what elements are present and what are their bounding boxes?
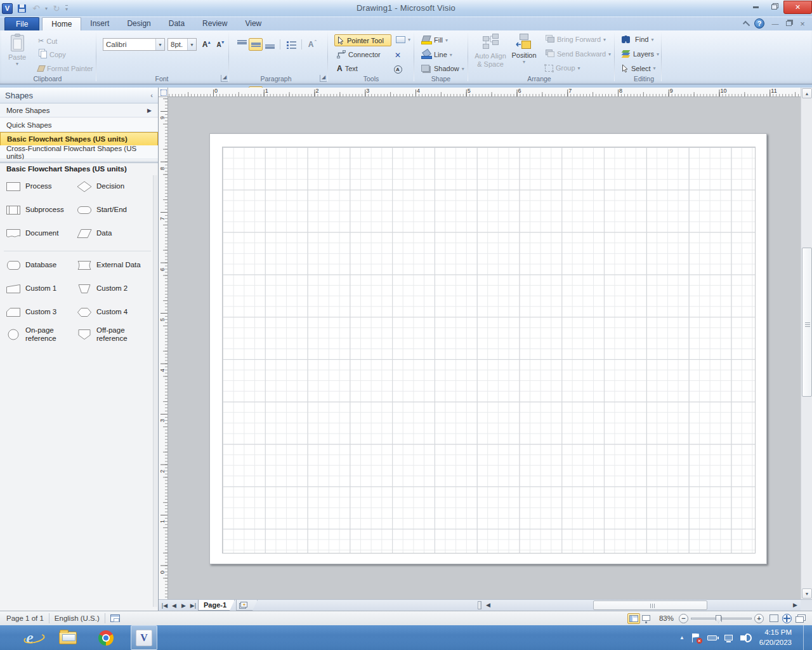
canvas-viewport[interactable] — [168, 97, 801, 599]
taskbar-clock[interactable]: 4:15 PM 6/20/2023 — [759, 628, 792, 647]
bullets-button[interactable] — [284, 38, 298, 51]
scroll-left-icon[interactable]: ◀ — [483, 600, 493, 609]
text-direction-button[interactable]: A⌃ — [306, 38, 320, 51]
format-painter-button[interactable]: Format Painter — [36, 63, 96, 74]
first-page-button[interactable]: |◀ — [160, 600, 169, 610]
font-size-dropdown-icon[interactable]: ▼ — [187, 39, 196, 50]
macro-icon[interactable] — [110, 614, 120, 622]
send-backward-button[interactable]: Send Backward▾ — [542, 49, 613, 59]
zoom-in-icon[interactable]: + — [754, 614, 764, 623]
cut-button[interactable]: ✂Cut — [36, 36, 60, 46]
fit-page-button[interactable] — [768, 613, 780, 624]
previous-page-button[interactable]: ◀ — [169, 600, 179, 610]
tab-home[interactable]: Home — [42, 17, 81, 31]
network-icon[interactable] — [724, 635, 733, 640]
align-bottom-button[interactable] — [263, 38, 277, 51]
quick-shapes-item[interactable]: Quick Shapes — [0, 118, 158, 132]
copy-button[interactable]: Copy — [36, 50, 69, 60]
tab-view[interactable]: View — [236, 17, 270, 30]
fullscreen-view-button[interactable] — [640, 613, 653, 624]
stencil-shape-external-data[interactable]: External Data — [76, 259, 156, 272]
taskbar-internet-explorer[interactable]: e — [16, 625, 43, 650]
font-family-dropdown-icon[interactable]: ▼ — [155, 39, 164, 50]
stencil-shape-data[interactable]: Data — [76, 227, 156, 240]
close-button[interactable]: × — [783, 1, 812, 14]
rectangle-tool-dropdown[interactable]: ▾ — [393, 35, 413, 44]
scrollbar-splitter-handle[interactable] — [478, 601, 481, 609]
paste-button[interactable]: Paste ▾ — [6, 34, 29, 74]
zoom-level[interactable]: 83% — [659, 614, 674, 622]
scroll-down-icon[interactable]: ▼ — [802, 588, 812, 599]
doc-restore-icon[interactable] — [786, 21, 792, 26]
stencil-shape-start-end[interactable]: Start/End — [76, 204, 156, 216]
more-shapes-item[interactable]: More Shapes ▶ — [0, 103, 158, 117]
restore-button[interactable] — [765, 1, 783, 14]
panel-scrollbar[interactable] — [153, 175, 157, 607]
bring-forward-button[interactable]: Bring Forward▾ — [542, 34, 608, 44]
doc-minimize-icon[interactable]: — — [768, 20, 782, 27]
stencil-shape-document[interactable]: Document — [5, 227, 72, 240]
stencil-shape-custom-4[interactable]: Custom 4 — [76, 306, 156, 319]
tab-design[interactable]: Design — [118, 17, 159, 30]
font-family-combo[interactable]: Calibri▼ — [103, 38, 165, 51]
pan-zoom-button[interactable] — [780, 613, 793, 624]
taskbar-visio[interactable]: V — [131, 625, 157, 650]
scroll-right-icon[interactable]: ▶ — [790, 600, 800, 609]
action-center-icon[interactable]: ✕ — [692, 633, 700, 642]
scroll-up-icon[interactable]: ▲ — [802, 88, 812, 98]
align-top-button[interactable] — [235, 38, 249, 51]
find-button[interactable]: Find▾ — [619, 34, 656, 44]
grow-font-button[interactable]: A▲ — [200, 38, 214, 51]
taskbar-chrome[interactable] — [93, 625, 119, 650]
position-button[interactable]: Position ▾ — [510, 34, 538, 74]
vertical-scrollbar[interactable]: ▲ ▼ — [801, 88, 812, 599]
align-middle-button[interactable] — [249, 38, 263, 51]
page-tab-active[interactable]: Page-1 — [198, 600, 235, 611]
shadow-button[interactable]: Shadow▾ — [419, 63, 467, 74]
auto-align-space-button[interactable]: Auto Align & Space — [472, 34, 509, 74]
stencil-shape-on-page-reference[interactable]: On-page reference — [5, 326, 72, 343]
tab-data[interactable]: Data — [160, 17, 193, 30]
text-block-rotate-button[interactable]: A — [391, 63, 405, 76]
stencil-shape-process[interactable]: Process — [5, 180, 72, 193]
tab-file[interactable]: File — [4, 17, 39, 31]
zoom-slider-thumb[interactable] — [716, 615, 721, 623]
stencil-tab-cross-functional[interactable]: Cross-Functional Flowchart Shapes (US un… — [0, 145, 158, 159]
show-desktop-button[interactable] — [803, 625, 807, 650]
language-status[interactable]: English (U.S.) — [55, 614, 100, 622]
next-page-button[interactable]: ▶ — [179, 600, 188, 610]
battery-icon[interactable] — [707, 635, 717, 640]
layers-button[interactable]: Layers▾ — [619, 49, 662, 59]
help-icon[interactable]: ? — [754, 18, 764, 29]
panel-splitter-handle[interactable] — [0, 159, 158, 163]
page-info[interactable]: Page 1 of 1 — [6, 614, 44, 622]
tab-insert[interactable]: Insert — [81, 17, 118, 30]
minimize-button[interactable] — [747, 1, 765, 14]
tab-review[interactable]: Review — [193, 17, 236, 30]
collapse-panel-icon[interactable]: ‹ — [150, 91, 153, 99]
doc-close-icon[interactable]: × — [796, 19, 809, 29]
stencil-shape-database[interactable]: Database — [5, 259, 72, 272]
stencil-shape-custom-2[interactable]: Custom 2 — [76, 282, 156, 295]
select-button[interactable]: Select▾ — [619, 63, 658, 74]
connector-button[interactable]: Connector — [334, 49, 383, 60]
zoom-slider[interactable] — [691, 618, 752, 620]
insert-page-button[interactable]: ✦ — [236, 600, 258, 611]
normal-view-button[interactable] — [627, 613, 640, 624]
zoom-out-icon[interactable]: − — [679, 614, 688, 623]
group-button[interactable]: Group▾ — [542, 63, 583, 73]
pointer-tool-button[interactable]: Pointer Tool — [334, 34, 391, 46]
stencil-shape-subprocess[interactable]: Subprocess — [5, 204, 72, 216]
paragraph-dialog-launcher-icon[interactable]: ◢ — [320, 75, 327, 82]
last-page-button[interactable]: ▶| — [188, 600, 198, 610]
minimize-ribbon-icon[interactable] — [743, 21, 750, 28]
shrink-font-button[interactable]: A▼ — [214, 38, 228, 51]
show-hidden-icons-button[interactable]: ▲ — [679, 635, 684, 640]
drawing-page[interactable] — [209, 133, 767, 564]
fill-button[interactable]: Fill▾ — [419, 34, 450, 46]
horizontal-scrollbar-thumb[interactable] — [593, 600, 707, 610]
stencil-shape-off-page-reference[interactable]: Off-page reference — [76, 326, 156, 343]
vertical-scrollbar-thumb[interactable] — [802, 248, 812, 397]
switch-windows-button[interactable] — [793, 613, 806, 624]
stencil-shape-decision[interactable]: Decision — [76, 180, 156, 193]
